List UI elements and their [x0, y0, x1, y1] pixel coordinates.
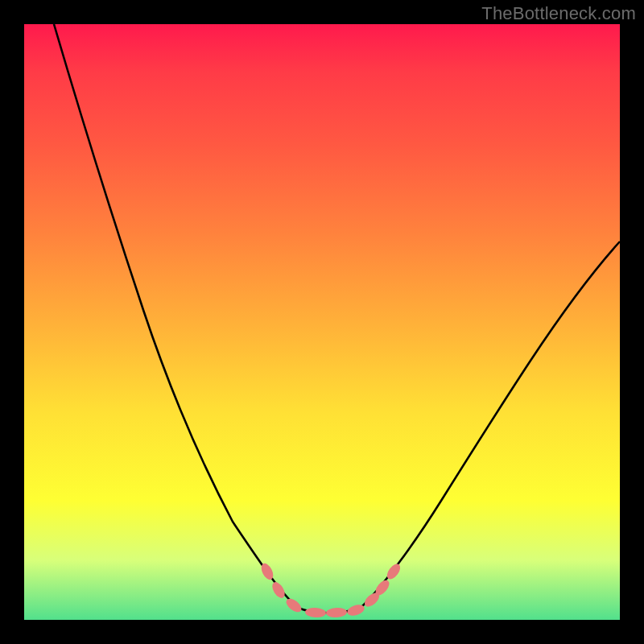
bead: [284, 596, 304, 614]
curve-left-branch: [54, 24, 298, 608]
bead: [305, 607, 327, 617]
watermark-text: TheBottleneck.com: [481, 3, 636, 24]
bead: [270, 580, 287, 600]
chart-frame: TheBottleneck.com: [0, 0, 644, 644]
curve-svg: [24, 24, 620, 620]
plot-gradient-area: [24, 24, 620, 620]
curve-right-branch: [361, 242, 620, 608]
bead-group: [259, 561, 403, 617]
bead: [326, 607, 348, 617]
